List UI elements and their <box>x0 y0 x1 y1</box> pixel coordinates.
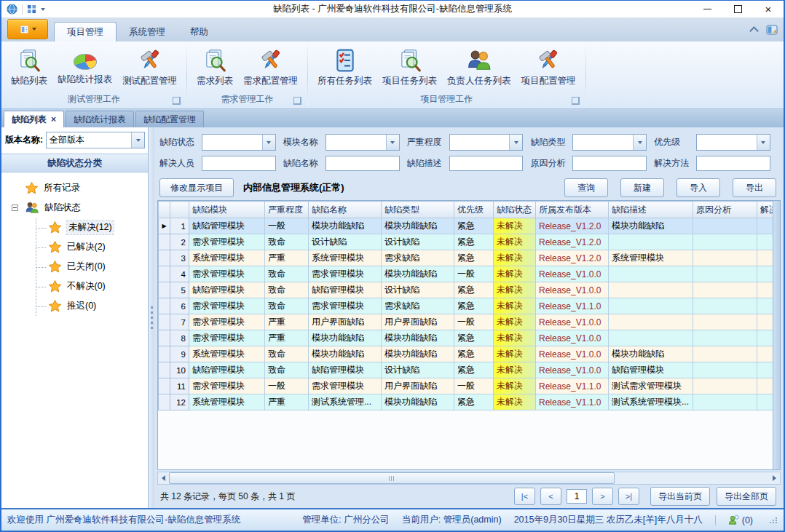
column-header[interactable]: 优先级 <box>454 202 494 218</box>
collapse-ribbon-icon[interactable] <box>749 26 759 36</box>
table-row[interactable]: 9系统管理模块致命模块功能缺陷模块功能缺陷紧急未解决Release_V1.0.0… <box>159 346 781 362</box>
query-button[interactable]: 查询 <box>564 178 608 197</box>
column-header[interactable]: 缺陷模块 <box>189 202 265 218</box>
row-selector[interactable] <box>159 250 170 266</box>
row-selector[interactable] <box>159 330 170 346</box>
row-selector[interactable] <box>159 266 170 282</box>
table-row[interactable]: 5缺陷管理模块致命缺陷管理模块设计缺陷紧急未解决Release_V1.0.0 <box>159 282 781 298</box>
row-selector[interactable] <box>159 234 170 250</box>
minimize-button[interactable] <box>692 1 722 17</box>
dialog-launcher-icon[interactable] <box>293 97 301 105</box>
scroll-right-icon[interactable] <box>769 472 780 484</box>
collapse-expander-icon[interactable] <box>12 205 18 211</box>
resize-grip[interactable] <box>770 517 778 523</box>
row-selector[interactable] <box>159 314 170 330</box>
new-button[interactable]: 新建 <box>620 178 664 197</box>
doc-tab-defect-list[interactable]: 缺陷列表 × <box>4 111 64 127</box>
ribbon-button-test-config[interactable]: 测试配置管理 <box>117 45 182 89</box>
chevron-down-icon[interactable] <box>386 135 399 150</box>
tree-item-closed[interactable]: 已关闭(0) <box>36 257 148 277</box>
application-menu-button[interactable] <box>7 19 48 39</box>
row-selector[interactable] <box>159 346 170 362</box>
close-tab-icon[interactable]: × <box>51 115 56 124</box>
filter-input-defect-description[interactable] <box>449 156 524 171</box>
filter-input-solution[interactable] <box>696 156 770 171</box>
version-combo[interactable]: 全部版本 <box>46 132 145 148</box>
tree-item-unresolved[interactable]: 未解决(12) <box>36 218 148 237</box>
column-header[interactable]: 缺陷描述 <box>609 202 693 218</box>
chevron-down-icon[interactable] <box>131 132 144 148</box>
filter-combo-defect-type[interactable] <box>572 134 647 151</box>
ribbon-button-defect-report[interactable]: 缺陷统计报表 <box>52 45 117 87</box>
filter-combo-module-name[interactable] <box>326 134 400 151</box>
export-current-page-button[interactable]: 导出当前页 <box>650 487 710 506</box>
column-header[interactable]: 缺陷状态 <box>494 202 536 218</box>
ribbon-button-project-config[interactable]: 项目配置管理 <box>516 45 581 89</box>
row-selector[interactable] <box>159 362 170 378</box>
column-header[interactable]: 缺陷类型 <box>382 202 454 218</box>
ribbon-button-owner-tasks[interactable]: 负责人任务列表 <box>442 45 516 89</box>
table-row[interactable]: 8需求管理模块严重模块功能缺陷模块功能缺陷紧急未解决Release_V1.0.0 <box>159 330 781 346</box>
table-row[interactable]: 6需求管理模块致命需求管理模块需求缺陷紧急未解决Release_V1.1.0 <box>159 298 781 314</box>
chevron-down-icon[interactable] <box>41 8 45 11</box>
last-page-button[interactable]: >| <box>618 488 639 505</box>
filter-combo-defect-status[interactable] <box>202 134 276 151</box>
doc-tab-defect-config[interactable]: 缺陷配置管理 <box>135 111 204 127</box>
row-selector[interactable]: ▶ <box>159 218 170 234</box>
ribbon-button-defect-list[interactable]: 缺陷列表 <box>6 45 52 89</box>
doc-tab-defect-report[interactable]: 缺陷统计报表 <box>66 111 134 127</box>
filter-input-resolver[interactable] <box>202 156 276 171</box>
dialog-launcher-icon[interactable] <box>572 97 580 105</box>
tree-item-wont-fix[interactable]: 不解决(0) <box>36 277 148 296</box>
table-row[interactable]: 4需求管理模块致命需求管理模块模块功能缺陷一般未解决Release_V1.0.0 <box>159 266 781 282</box>
help-icon[interactable] <box>766 24 778 36</box>
filter-combo-priority[interactable] <box>696 134 770 151</box>
horizontal-scrollbar[interactable] <box>157 472 781 485</box>
modify-display-items-button[interactable]: 修改显示项目 <box>159 178 234 197</box>
next-page-button[interactable]: > <box>592 488 613 505</box>
prev-page-button[interactable]: < <box>540 488 561 505</box>
scroll-left-icon[interactable] <box>158 472 169 484</box>
export-button[interactable]: 导出 <box>733 178 776 197</box>
table-row[interactable]: ▶1缺陷管理模块一般模块功能缺陷模块功能缺陷紧急未解决Release_V1.2.… <box>159 218 781 234</box>
ribbon-button-project-tasks[interactable]: 项目任务列表 <box>377 45 442 89</box>
table-row[interactable]: 2需求管理模块致命设计缺陷设计缺陷紧急未解决Release_V1.2.0 <box>159 234 781 250</box>
scrollbar-thumb[interactable] <box>169 472 615 484</box>
row-selector[interactable] <box>159 298 170 314</box>
tree-item-postponed[interactable]: 推迟(0) <box>36 296 148 316</box>
table-row[interactable]: 11需求管理模块一般需求管理模块用户界面缺陷一般未解决Release_V1.1.… <box>159 378 781 394</box>
chevron-down-icon[interactable] <box>757 135 770 150</box>
column-header[interactable]: 缺陷名称 <box>309 202 382 218</box>
dialog-launcher-icon[interactable] <box>173 97 181 105</box>
ribbon-button-requirement-list[interactable]: 需求列表 <box>192 45 238 89</box>
table-row[interactable]: 10缺陷管理模块致命缺陷管理模块设计缺陷紧急未解决Release_V1.0.0缺… <box>159 362 781 378</box>
table-row[interactable]: 3系统管理模块严重系统管理模块需求缺陷紧急未解决Release_V1.2.0系统… <box>159 250 781 266</box>
ribbon-tab-project-management[interactable]: 项目管理 <box>54 22 117 41</box>
first-page-button[interactable]: |< <box>514 488 535 505</box>
ribbon-tab-system-management[interactable]: 系统管理 <box>117 23 178 41</box>
panel-splitter[interactable] <box>149 127 154 508</box>
row-selector[interactable] <box>159 394 170 410</box>
column-header[interactable]: 原因分析 <box>693 202 757 218</box>
quick-access-grid-icon[interactable] <box>27 4 36 14</box>
filter-input-cause-analysis[interactable] <box>572 156 647 171</box>
filter-input-defect-name[interactable] <box>326 156 400 171</box>
chevron-down-icon[interactable] <box>509 135 522 150</box>
table-row[interactable]: 7需求管理模块严重用户界面缺陷用户界面缺陷一般未解决Release_V1.0.0 <box>159 314 781 330</box>
page-number-input[interactable] <box>567 489 587 504</box>
column-header[interactable]: 严重程度 <box>265 202 309 218</box>
chevron-down-icon[interactable] <box>262 135 275 150</box>
table-row[interactable]: 12系统管理模块严重测试系统管理...模块功能缺陷紧急未解决Release_V1… <box>159 394 781 410</box>
ribbon-tab-help[interactable]: 帮助 <box>178 23 221 41</box>
tree-item-resolved[interactable]: 已解决(2) <box>36 237 148 257</box>
row-selector[interactable] <box>159 378 170 394</box>
close-button[interactable]: × <box>753 1 784 17</box>
ribbon-button-requirement-config[interactable]: 需求配置管理 <box>238 45 303 89</box>
online-users-icon[interactable] <box>728 515 739 525</box>
ribbon-button-all-tasks[interactable]: 所有任务列表 <box>312 45 377 89</box>
chevron-down-icon[interactable] <box>633 135 646 150</box>
vertical-scrollbar[interactable] <box>773 201 780 469</box>
row-selector[interactable] <box>159 282 170 298</box>
maximize-button[interactable] <box>722 1 753 17</box>
import-button[interactable]: 导入 <box>676 178 720 197</box>
